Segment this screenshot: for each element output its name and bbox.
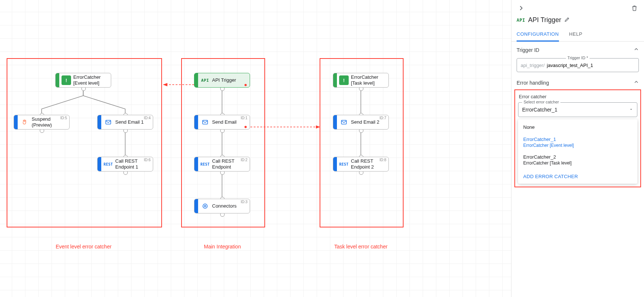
chevron-up-icon [634, 47, 639, 53]
panel-tabs: CONFIGURATION HELP [511, 28, 644, 42]
chevron-up-icon [634, 79, 639, 86]
rest-icon: REST [103, 159, 113, 169]
integration-canvas[interactable]: Event level error catcher Main Integrati… [0, 0, 511, 297]
error-catcher-selected-value: ErrorCatcher_1 [522, 107, 629, 113]
warning-icon: ! [61, 75, 71, 85]
node-error-catcher-event[interactable]: ! ErrorCatcher [Event level] [55, 73, 111, 88]
error-catcher-highlight-box: Error catcher Select error catcher Error… [514, 89, 641, 187]
connector-icon [200, 201, 210, 211]
svg-point-1 [203, 204, 207, 208]
mail-icon [103, 117, 113, 127]
trigger-id-prefix: api_trigger/ [517, 63, 546, 68]
api-icon: API [200, 75, 210, 85]
dropdown-arrow-icon [629, 107, 633, 113]
trigger-id-input[interactable] [546, 62, 638, 68]
tab-help[interactable]: HELP [569, 28, 583, 41]
app-root: Event level error catcher Main Integrati… [0, 0, 644, 297]
section-trigger-id-header[interactable]: Trigger ID [517, 47, 639, 57]
mail-icon [200, 117, 210, 127]
node-api-trigger[interactable]: API API Trigger [194, 73, 250, 88]
dropdown-option-ec1[interactable]: ErrorCatcher_1 ErrorCatcher [Event level… [518, 134, 637, 151]
collapse-panel-button[interactable] [517, 4, 525, 13]
node-connectors[interactable]: Connectors ID:3 [194, 199, 250, 213]
error-catcher-dropdown-menu: None ErrorCatcher_1 ErrorCatcher [Event … [518, 119, 637, 184]
api-icon: API [517, 18, 525, 23]
node-error-catcher-task[interactable]: ! ErrorCatcher [Task level] [333, 73, 389, 88]
svg-point-2 [204, 205, 206, 207]
node-suspend[interactable]: Suspend (Preview) ID:5 [14, 115, 70, 130]
rest-icon: REST [200, 159, 210, 169]
group-event-label: Event level error catcher [7, 244, 161, 250]
rest-icon: REST [339, 159, 349, 169]
group-main-label: Main Integration [181, 244, 264, 250]
warning-icon: ! [339, 75, 349, 85]
node-call-rest-1[interactable]: REST Call REST Endpoint 1 ID:6 [97, 157, 153, 172]
edit-title-button[interactable] [564, 17, 570, 24]
details-panel: API API Trigger CONFIGURATION HELP Trigg… [511, 0, 644, 297]
error-catcher-select[interactable]: Select error catcher ErrorCatcher_1 [518, 102, 637, 117]
dropdown-option-ec2[interactable]: ErrorCatcher_2 ErrorCatcher [Task level] [518, 151, 637, 169]
trigger-id-field[interactable]: Trigger ID * api_trigger/ [517, 58, 639, 72]
section-error-handling-header[interactable]: Error handling [517, 79, 639, 89]
panel-title: API Trigger [528, 16, 561, 24]
delete-button[interactable] [630, 4, 639, 13]
mail-icon [339, 117, 349, 127]
tab-configuration[interactable]: CONFIGURATION [517, 28, 559, 42]
dropdown-option-none[interactable]: None [518, 121, 637, 134]
connector-layer [0, 0, 511, 297]
node-send-email[interactable]: Send Email ID:1 [194, 115, 250, 130]
node-call-rest[interactable]: REST Call REST Endpoint ID:2 [194, 157, 250, 172]
hand-icon [20, 117, 29, 127]
group-task-label: Task level error catcher [320, 244, 402, 250]
node-send-email-1[interactable]: Send Email 1 ID:4 [97, 115, 153, 130]
add-error-catcher-button[interactable]: ADD ERROR CATCHER [518, 169, 637, 181]
node-send-email-2[interactable]: Send Email 2 ID:7 [333, 115, 389, 130]
node-call-rest-2[interactable]: REST Call REST Endpoint 2 ID:8 [333, 157, 389, 172]
